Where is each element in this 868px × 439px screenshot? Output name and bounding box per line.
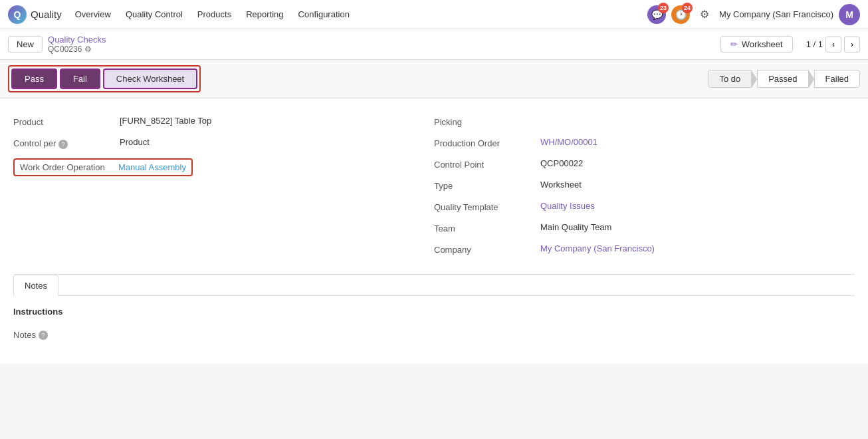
activities-badge: 24 [682, 3, 693, 13]
top-navigation: Q Quality Overview Quality Control Produ… [0, 0, 868, 29]
control-per-row: Control per ? Product [13, 133, 421, 154]
status-step-arrow-2 [809, 71, 814, 88]
company-name: My Company (San Francisco) [719, 9, 833, 19]
picking-label: Picking [434, 116, 540, 127]
pass-fail-outline: Pass Fail Check Worksheet [8, 65, 201, 92]
action-bar: Pass Fail Check Worksheet To do Passed F… [0, 60, 868, 98]
worksheet-button[interactable]: ✏ Worksheet [720, 36, 793, 53]
status-failed[interactable]: Failed [814, 70, 860, 88]
control-point-row: Control Point QCP00022 [434, 154, 841, 176]
production-order-value[interactable]: WH/MO/00001 [540, 137, 597, 147]
work-order-value[interactable]: Manual Assembly [118, 162, 186, 172]
status-todo[interactable]: To do [708, 70, 752, 88]
new-button[interactable]: New [8, 36, 43, 53]
record-gear-icon[interactable]: ⚙ [84, 45, 92, 54]
pagination-next-button[interactable]: › [844, 37, 860, 53]
notes-section: Notes ? [13, 330, 855, 340]
tab-notes[interactable]: Notes [13, 275, 58, 296]
form-left: Product [FURN_8522] Table Top Control pe… [13, 112, 434, 261]
menu-reporting[interactable]: Reporting [239, 7, 290, 22]
product-value: [FURN_8522] Table Top [120, 116, 211, 126]
picking-row: Picking [434, 112, 841, 133]
control-point-label: Control Point [434, 158, 540, 170]
pagination-text: 1 / 1 [806, 39, 823, 49]
notes-tooltip-icon[interactable]: ? [39, 331, 48, 340]
control-point-value: QCP00022 [540, 158, 583, 168]
work-order-outlined-box: Work Order Operation Manual Assembly [13, 158, 193, 176]
company-label: Company [434, 243, 540, 255]
activities-button[interactable]: 🕐 24 [671, 5, 690, 24]
messages-badge: 23 [658, 3, 669, 13]
top-right-area: 💬 23 🕐 24 ⚙ My Company (San Francisco) M [647, 4, 860, 25]
control-per-tooltip-icon[interactable]: ? [58, 140, 68, 149]
quality-template-label: Quality Template [434, 201, 540, 212]
breadcrumb: Quality Checks QC00236 ⚙ [48, 35, 106, 54]
main-content: Product [FURN_8522] Table Top Control pe… [0, 98, 868, 364]
check-worksheet-button[interactable]: Check Worksheet [103, 69, 197, 89]
type-row: Type Worksheet [434, 176, 841, 197]
tab-content-notes: Instructions Notes ? [13, 296, 855, 364]
breadcrumb-parent[interactable]: Quality Checks [48, 35, 106, 45]
pass-button[interactable]: Pass [11, 69, 57, 89]
company-value[interactable]: My Company (San Francisco) [540, 243, 655, 253]
menu-quality-control[interactable]: Quality Control [119, 7, 189, 22]
status-steps: To do Passed Failed [708, 70, 860, 88]
type-label: Type [434, 180, 540, 191]
pencil-icon: ✏ [730, 39, 738, 49]
status-passed-label: Passed [768, 74, 797, 84]
instructions-section: Instructions [13, 307, 855, 317]
production-order-label: Production Order [434, 137, 540, 148]
menu-products[interactable]: Products [191, 7, 238, 22]
status-step-arrow-1 [752, 71, 757, 88]
control-per-label: Control per ? [13, 137, 120, 149]
app-logo[interactable]: Q Quality [8, 5, 62, 24]
team-value: Main Quality Team [540, 222, 611, 232]
product-row: Product [FURN_8522] Table Top [13, 112, 421, 133]
instructions-title: Instructions [13, 307, 855, 317]
app-name: Quality [31, 9, 62, 20]
notes-field-label: Notes ? [13, 330, 855, 340]
status-failed-label: Failed [825, 74, 849, 84]
team-row: Team Main Quality Team [434, 218, 841, 239]
subtoolbar: New Quality Checks QC00236 ⚙ ✏ Worksheet… [0, 29, 868, 60]
fail-button[interactable]: Fail [60, 69, 100, 89]
settings-button[interactable]: ⚙ [695, 5, 714, 24]
quality-template-value[interactable]: Quality Issues [540, 201, 595, 211]
main-menu: Overview Quality Control Products Report… [68, 7, 647, 22]
notes-label-text: Notes [13, 330, 36, 340]
pagination-prev-button[interactable]: ‹ [825, 37, 841, 53]
status-passed[interactable]: Passed [757, 70, 808, 88]
product-label: Product [13, 116, 120, 127]
status-todo-label: To do [719, 74, 740, 84]
breadcrumb-code: QC00236 [48, 45, 82, 54]
logo-icon: Q [8, 5, 27, 24]
production-order-row: Production Order WH/MO/00001 [434, 133, 841, 154]
control-per-value: Product [120, 137, 150, 147]
tabs-area: Notes Instructions Notes ? [13, 274, 855, 364]
menu-configuration[interactable]: Configuration [292, 7, 356, 22]
worksheet-label: Worksheet [742, 39, 783, 49]
messages-button[interactable]: 💬 23 [647, 5, 666, 24]
company-row: Company My Company (San Francisco) [434, 239, 841, 261]
user-avatar[interactable]: M [839, 4, 860, 25]
type-value: Worksheet [540, 180, 582, 190]
pagination-area: 1 / 1 ‹ › [806, 37, 860, 53]
tab-list: Notes [13, 275, 855, 296]
form-right: Picking Production Order WH/MO/00001 Con… [434, 112, 855, 261]
breadcrumb-sub: QC00236 ⚙ [48, 45, 106, 54]
work-order-row: Work Order Operation Manual Assembly [13, 154, 421, 180]
menu-overview[interactable]: Overview [68, 7, 118, 22]
work-order-label: Work Order Operation [20, 162, 113, 172]
team-label: Team [434, 222, 540, 233]
quality-template-row: Quality Template Quality Issues [434, 197, 841, 218]
form-grid: Product [FURN_8522] Table Top Control pe… [13, 112, 855, 261]
